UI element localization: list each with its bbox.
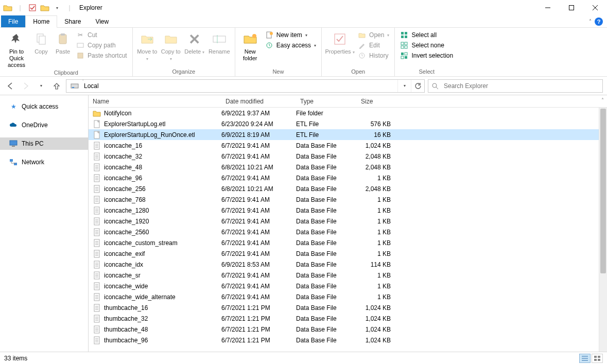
file-modified: 6/23/2020 9:24 AM [221, 120, 296, 128]
chevron-right-icon[interactable]: › [80, 91, 86, 93]
edit-button[interactable]: Edit [356, 40, 391, 50]
scrollbar[interactable] [599, 108, 607, 352]
table-row[interactable]: iconcache_966/7/2021 9:41 AMData Base Fi… [89, 172, 599, 183]
sidebar-network[interactable]: Network [0, 156, 88, 168]
table-row[interactable]: thumbcache_966/7/2021 1:21 PMData Base F… [89, 335, 599, 345]
search-input[interactable] [443, 82, 599, 90]
tab-view[interactable]: View [88, 15, 116, 27]
delete-button[interactable]: ✕ Delete ▾ [183, 29, 206, 56]
file-icon [93, 109, 101, 117]
file-size: 1 KB [357, 207, 394, 214]
refresh-button[interactable] [411, 80, 424, 92]
tab-share[interactable]: Share [57, 15, 88, 27]
maximize-button[interactable] [560, 0, 583, 15]
view-largeicons-button[interactable] [592, 354, 603, 363]
copy-button[interactable]: Copy [31, 29, 51, 55]
table-row[interactable]: iconcache_12806/7/2021 9:41 AMData Base … [89, 205, 599, 216]
file-list[interactable]: NotifyIcon6/9/2021 9:37 AMFile folderExp… [89, 108, 599, 352]
breadcrumb-segment[interactable]: Local [80, 82, 126, 90]
network-icon [9, 158, 18, 166]
table-row[interactable]: iconcache_2566/8/2021 10:21 AMData Base … [89, 183, 599, 194]
tab-home[interactable]: Home [25, 15, 57, 28]
svg-rect-20 [405, 42, 407, 45]
sidebar-thispc[interactable]: This PC [0, 137, 88, 150]
help-icon[interactable]: ? [595, 18, 603, 26]
col-type[interactable]: Type [296, 98, 357, 105]
svg-rect-15 [401, 32, 404, 34]
file-modified: 6/9/2021 8:19 AM [221, 131, 296, 138]
group-label-new: New [238, 67, 318, 76]
history-button[interactable]: History [356, 50, 391, 61]
copypath-button[interactable]: Copy path [74, 40, 129, 50]
group-open: Properties ▾ Open ▾ Edit History Open [322, 28, 395, 76]
copyto-button[interactable]: Copy to ▾ [160, 29, 182, 62]
file-modified: 6/7/2021 9:41 AM [221, 218, 296, 225]
file-size: 2,048 KB [357, 164, 394, 171]
tab-file[interactable]: File [1, 15, 25, 27]
file-modified: 6/7/2021 9:41 AM [221, 153, 296, 160]
view-details-button[interactable] [579, 354, 591, 363]
table-row[interactable]: iconcache_326/7/2021 9:41 AMData Base Fi… [89, 151, 599, 162]
search-box[interactable] [428, 79, 603, 93]
back-button[interactable] [4, 80, 16, 92]
table-row[interactable]: iconcache_wide6/7/2021 9:41 AMData Base … [89, 281, 599, 291]
qat-properties-icon[interactable] [27, 2, 38, 13]
addr-dropdown[interactable]: ▾ [397, 80, 411, 92]
col-name[interactable]: Name [89, 98, 221, 105]
table-row[interactable]: iconcache_idx6/9/2021 8:53 AMData Base F… [89, 259, 599, 270]
sidebar-quickaccess[interactable]: ★Quick access [0, 100, 88, 113]
col-size[interactable]: Size [357, 98, 394, 105]
collapse-ribbon-icon[interactable]: ˄ [589, 19, 592, 24]
pasteshortcut-button[interactable]: Paste shortcut [74, 50, 129, 61]
chevron-right-icon[interactable]: › [80, 79, 86, 82]
table-row[interactable]: iconcache_exif6/7/2021 9:41 AMData Base … [89, 248, 599, 259]
close-button[interactable] [583, 0, 607, 15]
cut-button[interactable]: ✂Cut [74, 30, 129, 40]
table-row[interactable]: iconcache_486/8/2021 10:21 AMData Base F… [89, 162, 599, 172]
search-icon [431, 82, 439, 90]
file-icon [93, 271, 101, 280]
easyaccess-button[interactable]: Easy access ▾ [263, 40, 318, 50]
sidebar-onedrive[interactable]: OneDrive [0, 119, 88, 131]
table-row[interactable]: iconcache_sr6/7/2021 9:41 AMData Base Fi… [89, 270, 599, 281]
recent-dropdown[interactable]: ▾ [35, 80, 47, 92]
paste-button[interactable]: Paste [53, 29, 73, 55]
table-row[interactable]: iconcache_19206/7/2021 9:41 AMData Base … [89, 216, 599, 227]
column-headers[interactable]: Name Date modified Type Size ˄ [89, 95, 607, 108]
rename-button[interactable]: Rename [207, 29, 232, 55]
properties-button[interactable]: Properties ▾ [325, 29, 355, 56]
qat-newfolder-icon[interactable] [39, 2, 50, 13]
file-type: Data Base File [296, 293, 357, 301]
invertselection-button[interactable]: Invert selection [398, 50, 455, 61]
table-row[interactable]: iconcache_custom_stream6/7/2021 9:41 AMD… [89, 237, 599, 248]
file-size: 1 KB [357, 175, 394, 182]
up-button[interactable] [50, 80, 63, 92]
svg-rect-25 [401, 56, 404, 59]
qat-customize-dropdown[interactable]: ▾ [51, 2, 63, 13]
moveto-button[interactable]: Move to ▾ [136, 29, 159, 62]
table-row[interactable]: iconcache_7686/7/2021 9:41 AMData Base F… [89, 194, 599, 205]
pin-quickaccess-button[interactable]: Pin to Quick access [3, 29, 30, 68]
forward-button[interactable] [20, 80, 32, 92]
table-row[interactable]: iconcache_25606/7/2021 9:41 AMData Base … [89, 227, 599, 237]
navigation-pane[interactable]: ★Quick access OneDrive This PC Network [0, 95, 89, 352]
scrollbar-thumb[interactable] [600, 109, 606, 273]
table-row[interactable]: iconcache_wide_alternate6/7/2021 9:41 AM… [89, 291, 599, 302]
table-row[interactable]: NotifyIcon6/9/2021 9:37 AMFile folder [89, 108, 599, 118]
table-row[interactable]: ExplorerStartupLog.etl6/23/2020 9:24 AME… [89, 118, 599, 129]
open-button[interactable]: Open ▾ [356, 30, 391, 40]
selectall-button[interactable]: Select all [398, 30, 455, 40]
table-row[interactable]: ExplorerStartupLog_RunOnce.etl6/9/2021 8… [89, 129, 599, 140]
selectnone-button[interactable]: Select none [398, 40, 455, 50]
table-row[interactable]: thumbcache_166/7/2021 1:21 PMData Base F… [89, 302, 599, 313]
file-size: 2,048 KB [357, 153, 394, 160]
newfolder-button[interactable]: New folder [238, 29, 262, 62]
table-row[interactable]: thumbcache_486/7/2021 1:21 PMData Base F… [89, 324, 599, 335]
svg-rect-1 [569, 6, 574, 10]
newitem-button[interactable]: New item ▾ [263, 30, 318, 40]
minimize-button[interactable] [536, 0, 560, 15]
address-bar[interactable]: Local Disk (C:)›Users››AppData›Local›Mic… [66, 79, 425, 93]
col-modified[interactable]: Date modified [221, 98, 296, 105]
table-row[interactable]: iconcache_166/7/2021 9:41 AMData Base Fi… [89, 140, 599, 151]
table-row[interactable]: thumbcache_326/7/2021 1:21 PMData Base F… [89, 313, 599, 324]
